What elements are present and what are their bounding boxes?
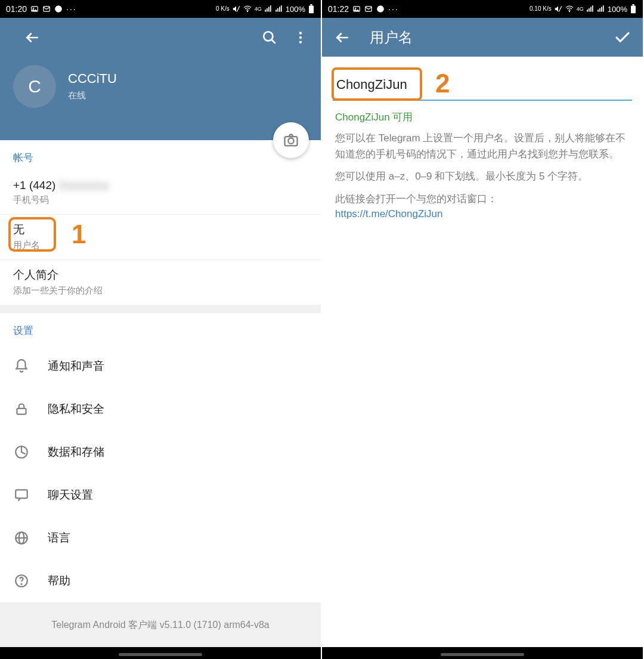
svg-point-30: [21, 584, 21, 584]
more-icon[interactable]: [291, 28, 310, 47]
battery-pct: 100%: [608, 5, 627, 14]
image-icon: [352, 5, 361, 13]
battery-icon: [308, 4, 315, 14]
confirm-icon[interactable]: [613, 28, 632, 47]
net-speed: 0 K/s: [216, 6, 230, 12]
svg-rect-39: [590, 7, 592, 12]
image-icon: [30, 5, 39, 13]
settings-header: 设置: [0, 313, 321, 345]
svg-point-5: [247, 11, 247, 12]
phone-redacted: 2xxxxxxx: [59, 179, 110, 192]
more-dots: ···: [388, 4, 399, 14]
username-desc-3: 此链接会打开一个与您的对话窗口：: [335, 191, 630, 207]
annotation-number-1: 1: [72, 219, 86, 249]
svg-rect-41: [597, 10, 599, 12]
svg-rect-45: [631, 5, 636, 13]
profile-header: C CCCiTU 在线: [0, 57, 321, 140]
settings-item-label: 隐私和安全: [48, 401, 104, 417]
avatar-initial: C: [28, 76, 41, 97]
mail-icon: [364, 5, 373, 13]
bio-row[interactable]: 个人简介 添加一些关于你的介绍: [0, 260, 321, 305]
globe-icon: [13, 530, 30, 546]
camera-button[interactable]: [273, 122, 309, 158]
phone-label: 手机号码: [13, 194, 308, 206]
battery-pct: 100%: [286, 5, 305, 14]
svg-rect-25: [16, 490, 27, 498]
battery-icon: [630, 4, 637, 14]
account-header: 帐号: [0, 140, 321, 172]
avatar[interactable]: C: [13, 65, 56, 108]
signal-icon: 4G: [255, 6, 262, 12]
back-icon[interactable]: [23, 28, 42, 47]
bio-hint: 添加一些关于你的介绍: [13, 285, 308, 296]
bio-title: 个人简介: [13, 267, 308, 283]
svg-rect-40: [592, 5, 593, 12]
status-time: 01:22: [328, 4, 349, 14]
svg-point-34: [377, 5, 384, 13]
svg-point-16: [264, 32, 273, 41]
svg-rect-10: [275, 10, 277, 12]
username-link[interactable]: https://t.me/ChongZiJun: [335, 208, 630, 220]
username-row[interactable]: 无 用户名 1: [0, 215, 321, 260]
svg-point-20: [299, 41, 302, 43]
username-value: 无: [13, 222, 308, 237]
settings-item-label: 语言: [48, 530, 70, 546]
chat-icon: [376, 5, 385, 13]
net-speed: 0.10 K/s: [530, 6, 552, 12]
username-edit-pane: 2 ChongZiJun 可用 您可以在 Telegram 上设置一个用户名。设…: [322, 57, 643, 233]
settings-language[interactable]: 语言: [0, 516, 321, 559]
username-input[interactable]: [333, 69, 632, 101]
settings-item-label: 数据和存储: [48, 444, 104, 460]
svg-rect-15: [310, 4, 312, 5]
bell-icon: [13, 358, 30, 375]
chat-settings-icon: [13, 487, 30, 503]
settings-item-label: 聊天设置: [48, 487, 93, 503]
svg-point-1: [33, 8, 34, 9]
svg-point-36: [569, 11, 569, 12]
settings-chat[interactable]: 聊天设置: [0, 474, 321, 516]
data-icon: [13, 444, 30, 460]
nav-bar: [322, 647, 643, 659]
svg-rect-14: [309, 5, 314, 13]
more-dots: ···: [66, 4, 77, 14]
mute-icon: [554, 5, 562, 13]
mail-icon: [42, 5, 51, 13]
statusbar-right: 01:22 ··· 0.10 K/s 4G: [322, 0, 643, 18]
settings-notifications[interactable]: 通知和声音: [0, 345, 321, 388]
svg-rect-43: [601, 7, 602, 12]
signal-bars-icon: [586, 5, 595, 13]
settings-item-label: 通知和声音: [48, 358, 104, 374]
svg-point-22: [288, 138, 293, 144]
settings-privacy[interactable]: 隐私和安全: [0, 388, 321, 431]
signal-bars-icon-2: [275, 5, 283, 13]
settings-help[interactable]: 帮助: [0, 559, 321, 602]
lock-icon: [13, 401, 30, 417]
svg-rect-38: [589, 8, 590, 12]
status-time: 01:20: [6, 4, 27, 14]
svg-rect-11: [277, 8, 278, 12]
right-screenshot: 01:22 ··· 0.10 K/s 4G: [322, 0, 644, 659]
search-icon[interactable]: [260, 28, 279, 47]
svg-rect-8: [268, 7, 270, 12]
toolbar-left: [0, 18, 321, 57]
profile-status: 在线: [68, 90, 117, 101]
nav-bar: [0, 647, 321, 659]
svg-rect-6: [265, 10, 266, 12]
svg-point-3: [55, 5, 62, 13]
settings-data[interactable]: 数据和存储: [0, 431, 321, 474]
help-icon: [13, 573, 30, 589]
svg-rect-13: [281, 5, 282, 12]
section-divider: [0, 305, 321, 313]
settings-item-label: 帮助: [48, 573, 70, 589]
signal-bars-icon: [264, 5, 273, 13]
svg-point-19: [299, 36, 302, 38]
username-desc-1: 您可以在 Telegram 上设置一个用户名。设置后，别人将能够在不知道您的手机…: [335, 130, 630, 162]
annotation-number-2: 2: [435, 69, 450, 98]
svg-rect-42: [599, 8, 600, 12]
wifi-icon: [565, 5, 574, 13]
back-icon[interactable]: [333, 28, 352, 47]
username-available: ChongZiJun 可用: [335, 110, 630, 124]
svg-line-4: [237, 6, 240, 11]
wifi-icon: [243, 5, 252, 13]
phone-row[interactable]: +1 (442) 2xxxxxxx 手机号码: [0, 172, 321, 215]
